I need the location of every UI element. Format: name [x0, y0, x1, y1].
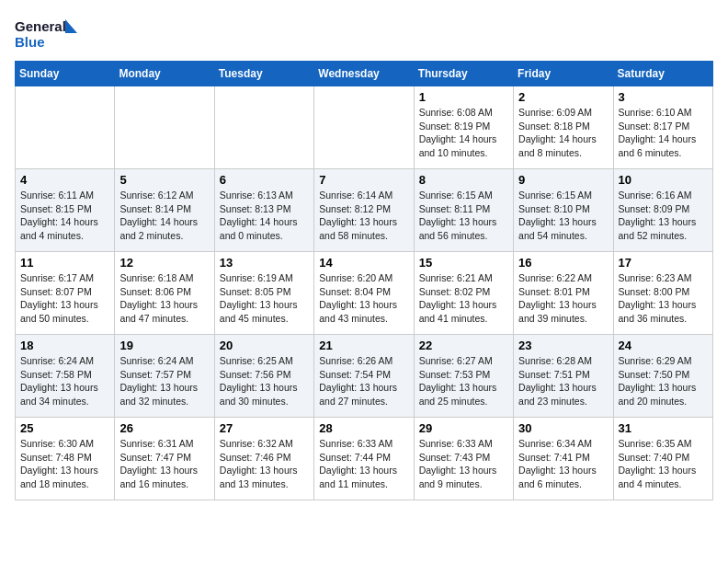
day-number: 14	[319, 256, 408, 270]
day-info: Sunrise: 6:22 AM Sunset: 8:01 PM Dayligh…	[518, 271, 608, 326]
day-number: 31	[619, 421, 708, 435]
logo: GeneralBlue	[15, 15, 79, 52]
calendar-cell: 23Sunrise: 6:28 AM Sunset: 7:51 PM Dayli…	[514, 335, 613, 418]
header-thursday: Thursday	[414, 62, 513, 86]
calendar-cell: 19Sunrise: 6:24 AM Sunset: 7:57 PM Dayli…	[115, 335, 214, 418]
day-info: Sunrise: 6:33 AM Sunset: 7:43 PM Dayligh…	[419, 437, 508, 491]
day-number: 29	[419, 421, 508, 435]
day-info: Sunrise: 6:34 AM Sunset: 7:41 PM Dayligh…	[518, 437, 608, 491]
calendar-cell	[16, 86, 115, 169]
day-info: Sunrise: 6:25 AM Sunset: 7:56 PM Dayligh…	[220, 354, 309, 408]
day-info: Sunrise: 6:17 AM Sunset: 8:07 PM Dayligh…	[20, 271, 109, 326]
day-info: Sunrise: 6:12 AM Sunset: 8:14 PM Dayligh…	[119, 189, 209, 243]
calendar-week-row: 4Sunrise: 6:11 AM Sunset: 8:15 PM Daylig…	[16, 169, 713, 252]
day-number: 10	[619, 173, 708, 187]
calendar-cell: 5Sunrise: 6:12 AM Sunset: 8:14 PM Daylig…	[115, 169, 214, 252]
day-info: Sunrise: 6:33 AM Sunset: 7:44 PM Dayligh…	[319, 437, 408, 491]
page-header: GeneralBlue	[15, 15, 713, 52]
calendar-cell: 12Sunrise: 6:18 AM Sunset: 8:06 PM Dayli…	[115, 252, 214, 335]
calendar-cell: 13Sunrise: 6:19 AM Sunset: 8:05 PM Dayli…	[214, 252, 313, 335]
calendar-cell: 20Sunrise: 6:25 AM Sunset: 7:56 PM Dayli…	[214, 335, 313, 418]
calendar-cell: 4Sunrise: 6:11 AM Sunset: 8:15 PM Daylig…	[16, 169, 115, 252]
header-sunday: Sunday	[16, 62, 115, 86]
calendar-cell: 26Sunrise: 6:31 AM Sunset: 7:47 PM Dayli…	[115, 418, 214, 500]
day-number: 5	[119, 173, 209, 187]
calendar-cell: 14Sunrise: 6:20 AM Sunset: 8:04 PM Dayli…	[314, 252, 414, 335]
header-row: SundayMondayTuesdayWednesdayThursdayFrid…	[16, 62, 713, 86]
day-number: 8	[419, 173, 508, 187]
day-info: Sunrise: 6:11 AM Sunset: 8:15 PM Dayligh…	[20, 189, 109, 243]
calendar-week-row: 1Sunrise: 6:08 AM Sunset: 8:19 PM Daylig…	[16, 86, 713, 169]
day-info: Sunrise: 6:32 AM Sunset: 7:46 PM Dayligh…	[220, 437, 309, 491]
calendar-cell: 15Sunrise: 6:21 AM Sunset: 8:02 PM Dayli…	[414, 252, 513, 335]
day-number: 27	[220, 421, 309, 435]
day-number: 28	[319, 421, 408, 435]
calendar-cell: 2Sunrise: 6:09 AM Sunset: 8:18 PM Daylig…	[514, 86, 613, 169]
calendar-week-row: 11Sunrise: 6:17 AM Sunset: 8:07 PM Dayli…	[16, 252, 713, 335]
day-number: 24	[619, 339, 708, 352]
calendar-body: 1Sunrise: 6:08 AM Sunset: 8:19 PM Daylig…	[16, 86, 713, 500]
day-info: Sunrise: 6:23 AM Sunset: 8:00 PM Dayligh…	[619, 271, 708, 326]
day-info: Sunrise: 6:26 AM Sunset: 7:54 PM Dayligh…	[319, 354, 408, 408]
day-info: Sunrise: 6:35 AM Sunset: 7:40 PM Dayligh…	[619, 437, 708, 491]
calendar-week-row: 18Sunrise: 6:24 AM Sunset: 7:58 PM Dayli…	[16, 335, 713, 418]
day-info: Sunrise: 6:29 AM Sunset: 7:50 PM Dayligh…	[619, 354, 708, 408]
day-info: Sunrise: 6:30 AM Sunset: 7:48 PM Dayligh…	[20, 437, 109, 491]
day-info: Sunrise: 6:16 AM Sunset: 8:09 PM Dayligh…	[619, 189, 708, 243]
day-number: 11	[20, 256, 109, 270]
day-info: Sunrise: 6:24 AM Sunset: 7:58 PM Dayligh…	[20, 354, 109, 408]
calendar-cell: 24Sunrise: 6:29 AM Sunset: 7:50 PM Dayli…	[613, 335, 712, 418]
calendar-cell: 31Sunrise: 6:35 AM Sunset: 7:40 PM Dayli…	[613, 418, 712, 500]
calendar-cell: 21Sunrise: 6:26 AM Sunset: 7:54 PM Dayli…	[314, 335, 414, 418]
calendar-cell: 17Sunrise: 6:23 AM Sunset: 8:00 PM Dayli…	[613, 252, 712, 335]
day-info: Sunrise: 6:15 AM Sunset: 8:11 PM Dayligh…	[419, 189, 508, 243]
header-friday: Friday	[514, 62, 613, 86]
svg-marker-2	[65, 19, 77, 33]
day-number: 22	[419, 339, 508, 352]
calendar-cell: 30Sunrise: 6:34 AM Sunset: 7:41 PM Dayli…	[514, 418, 613, 500]
header-saturday: Saturday	[613, 62, 712, 86]
day-info: Sunrise: 6:09 AM Sunset: 8:18 PM Dayligh…	[518, 106, 608, 160]
calendar-cell: 22Sunrise: 6:27 AM Sunset: 7:53 PM Dayli…	[414, 335, 513, 418]
day-info: Sunrise: 6:24 AM Sunset: 7:57 PM Dayligh…	[119, 354, 209, 408]
calendar-cell: 6Sunrise: 6:13 AM Sunset: 8:13 PM Daylig…	[214, 169, 313, 252]
day-number: 7	[319, 173, 408, 187]
day-number: 25	[20, 421, 109, 435]
day-info: Sunrise: 6:13 AM Sunset: 8:13 PM Dayligh…	[220, 189, 309, 243]
calendar-cell	[115, 86, 214, 169]
day-number: 16	[518, 256, 608, 270]
day-number: 17	[619, 256, 708, 270]
day-info: Sunrise: 6:20 AM Sunset: 8:04 PM Dayligh…	[319, 271, 408, 326]
day-info: Sunrise: 6:18 AM Sunset: 8:06 PM Dayligh…	[119, 271, 209, 326]
calendar-cell: 3Sunrise: 6:10 AM Sunset: 8:17 PM Daylig…	[613, 86, 712, 169]
calendar-cell: 28Sunrise: 6:33 AM Sunset: 7:44 PM Dayli…	[314, 418, 414, 500]
day-number: 12	[119, 256, 209, 270]
calendar-header: SundayMondayTuesdayWednesdayThursdayFrid…	[16, 62, 713, 86]
day-number: 19	[119, 339, 209, 352]
calendar-cell: 9Sunrise: 6:15 AM Sunset: 8:10 PM Daylig…	[514, 169, 613, 252]
calendar-cell: 10Sunrise: 6:16 AM Sunset: 8:09 PM Dayli…	[613, 169, 712, 252]
calendar-cell: 16Sunrise: 6:22 AM Sunset: 8:01 PM Dayli…	[514, 252, 613, 335]
day-number: 15	[419, 256, 508, 270]
calendar-cell: 7Sunrise: 6:14 AM Sunset: 8:12 PM Daylig…	[314, 169, 414, 252]
header-wednesday: Wednesday	[314, 62, 414, 86]
logo-svg: GeneralBlue	[15, 15, 79, 52]
day-number: 4	[20, 173, 109, 187]
day-info: Sunrise: 6:28 AM Sunset: 7:51 PM Dayligh…	[518, 354, 608, 408]
day-info: Sunrise: 6:21 AM Sunset: 8:02 PM Dayligh…	[419, 271, 508, 326]
day-number: 13	[220, 256, 309, 270]
svg-text:General: General	[15, 18, 66, 34]
day-number: 30	[518, 421, 608, 435]
day-number: 26	[119, 421, 209, 435]
day-number: 3	[619, 90, 708, 104]
svg-text:Blue: Blue	[15, 34, 45, 50]
calendar-cell: 1Sunrise: 6:08 AM Sunset: 8:19 PM Daylig…	[414, 86, 513, 169]
day-number: 9	[518, 173, 608, 187]
day-info: Sunrise: 6:10 AM Sunset: 8:17 PM Dayligh…	[619, 106, 708, 160]
day-number: 2	[518, 90, 608, 104]
day-info: Sunrise: 6:31 AM Sunset: 7:47 PM Dayligh…	[119, 437, 209, 491]
calendar-cell: 18Sunrise: 6:24 AM Sunset: 7:58 PM Dayli…	[16, 335, 115, 418]
day-number: 18	[20, 339, 109, 352]
calendar-cell: 27Sunrise: 6:32 AM Sunset: 7:46 PM Dayli…	[214, 418, 313, 500]
calendar-week-row: 25Sunrise: 6:30 AM Sunset: 7:48 PM Dayli…	[16, 418, 713, 500]
